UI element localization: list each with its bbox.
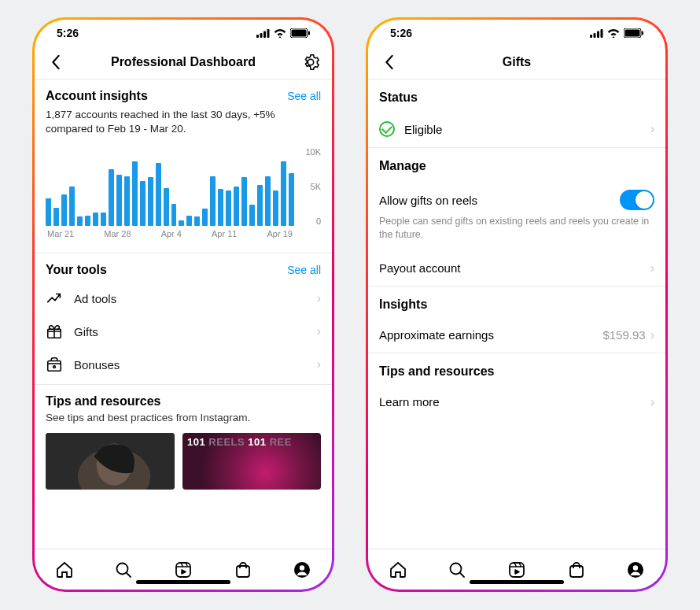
earnings-value: $159.93 [602, 328, 645, 342]
earnings-row[interactable]: Approximate earnings $159.93 › [368, 318, 665, 353]
chart-bar [289, 173, 294, 226]
tool-gifts[interactable]: Gifts › [46, 315, 321, 348]
insights-group-title: Insights [368, 287, 665, 318]
chart-bar [77, 216, 83, 226]
status-time: 5:26 [57, 27, 79, 39]
wifi-icon [607, 28, 620, 38]
insights-chart: 10K 5K 0 Mar 21 Mar 28 Apr 4 Apr 11 Apr … [46, 147, 321, 242]
profile-icon [293, 560, 311, 579]
svg-rect-5 [292, 30, 307, 37]
chevron-right-icon: › [317, 291, 321, 305]
chart-bar [234, 187, 239, 226]
svg-rect-22 [625, 30, 640, 37]
learn-more-row[interactable]: Learn more › [368, 385, 665, 420]
svg-rect-6 [308, 31, 310, 35]
profile-icon [626, 560, 645, 579]
svg-rect-18 [594, 33, 596, 38]
tab-shop[interactable] [234, 560, 252, 579]
chart-bar [257, 185, 263, 226]
tools-see-all[interactable]: See all [287, 264, 321, 276]
phone-screen: 5:26 Gifts Status Eligible › Manage [368, 20, 665, 590]
status-bar: 5:26 [368, 20, 665, 45]
allow-gifts-label: Allow gifts on reels [379, 194, 620, 207]
tool-bonuses[interactable]: Bonuses › [46, 348, 321, 381]
tool-ad-tools[interactable]: Ad tools › [46, 282, 321, 315]
phone-professional-dashboard: 5:26 Professional Dashboard Account insi… [32, 17, 334, 592]
chart-bar [140, 181, 146, 226]
ytick: 0 [297, 216, 321, 226]
trend-icon [46, 290, 63, 307]
tab-search[interactable] [114, 560, 133, 579]
tab-profile[interactable] [626, 560, 645, 579]
tip-card-1[interactable] [46, 433, 175, 490]
xtick: Apr 4 [161, 229, 182, 242]
bonus-icon [46, 356, 63, 373]
battery-icon [290, 28, 310, 38]
back-button[interactable] [46, 52, 66, 72]
tab-shop[interactable] [567, 560, 586, 579]
allow-gifts-row[interactable]: Allow gifts on reels [368, 179, 665, 215]
tip-card-2-label: 101 REELS 101 REE [187, 436, 292, 448]
chart-bar [109, 169, 114, 226]
svg-rect-3 [267, 29, 270, 38]
chart-bar [202, 209, 208, 226]
svg-rect-1 [260, 33, 263, 38]
chart-x-axis: Mar 21 Mar 28 Apr 4 Apr 11 Apr 19 [46, 229, 294, 242]
home-icon [55, 560, 74, 579]
svg-rect-2 [263, 31, 266, 38]
tab-reels[interactable] [174, 560, 193, 579]
insights-summary: 1,877 accounts reached in the last 30 da… [46, 108, 321, 136]
chart-bar [53, 208, 59, 226]
svg-rect-23 [642, 31, 643, 35]
tab-home[interactable] [389, 560, 407, 579]
battery-icon [624, 28, 643, 38]
chart-bar [61, 194, 67, 226]
svg-rect-0 [256, 35, 259, 38]
payout-label: Payout account [379, 261, 650, 275]
payout-account-row[interactable]: Payout account › [368, 251, 665, 286]
shop-icon [234, 560, 252, 579]
chart-bar [281, 161, 286, 226]
chart-bar [218, 189, 223, 226]
allow-gifts-toggle[interactable] [620, 190, 654, 210]
chart-bar [116, 175, 122, 226]
status-eligible-row[interactable]: Eligible › [368, 111, 665, 147]
status-group-title: Status [368, 79, 665, 111]
check-circle-icon [379, 121, 395, 137]
chart-y-axis: 10K 5K 0 [297, 147, 321, 226]
reels-icon [507, 560, 526, 579]
home-indicator [470, 580, 564, 584]
home-indicator [136, 580, 230, 584]
back-button[interactable] [379, 52, 400, 72]
status-icons [590, 28, 643, 38]
tab-reels[interactable] [507, 560, 526, 579]
gift-icon [46, 323, 63, 340]
insights-see-all[interactable]: See all [287, 90, 321, 102]
settings-button[interactable] [300, 52, 321, 72]
chevron-right-icon: › [650, 261, 654, 275]
cellular-icon [256, 29, 270, 38]
chart-bar [46, 198, 51, 226]
tool-label: Ad tools [74, 292, 306, 305]
tab-profile[interactable] [293, 560, 311, 579]
tab-search[interactable] [448, 560, 466, 579]
status-bar: 5:26 [35, 20, 332, 45]
earnings-label: Approximate earnings [379, 328, 602, 342]
content-area: Account insights See all 1,877 accounts … [35, 79, 332, 549]
insights-title: Account insights [46, 89, 148, 103]
status-icons [256, 28, 310, 38]
tips-section: Tips and resources See tips and best pra… [35, 385, 332, 490]
svg-rect-14 [237, 566, 249, 577]
chart-bar [194, 216, 200, 226]
chart-bar [249, 205, 255, 226]
ytick: 10K [297, 147, 321, 157]
svg-rect-19 [597, 31, 599, 38]
tab-home[interactable] [55, 560, 74, 579]
tip-card-2[interactable]: 101 REELS 101 REE [182, 433, 321, 490]
chevron-left-icon [50, 55, 61, 69]
chart-bar [186, 216, 192, 226]
chevron-right-icon: › [650, 395, 654, 409]
svg-rect-17 [590, 35, 592, 38]
xtick: Apr 11 [212, 229, 237, 242]
nav-header: Gifts [368, 45, 665, 79]
